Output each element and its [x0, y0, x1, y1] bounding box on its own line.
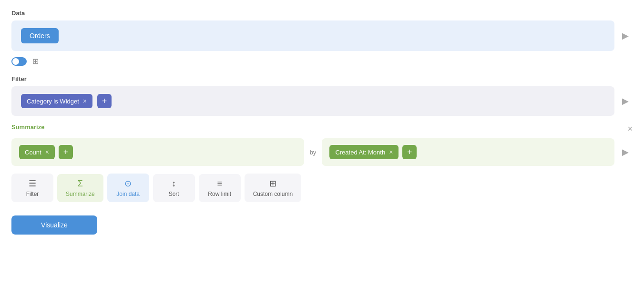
sort-label: Sort [169, 191, 179, 197]
join-data-button[interactable]: ⊙ Join data [107, 174, 149, 202]
filter-arrow-button[interactable]: ▶ [618, 94, 633, 108]
filter-section-row: Category is Widget × + ▶ [11, 86, 633, 116]
summarize-header: Summarize × [11, 123, 633, 134]
count-tag-text: Count [25, 149, 41, 156]
row-limit-label: Row limit [208, 191, 231, 197]
join-data-icon: ⊙ [124, 178, 132, 189]
data-section: Data Orders ▶ [11, 10, 633, 51]
summarize-section-row: Count × + by Created At: Month × + ▶ [11, 138, 633, 166]
summarize-row: Count × + by Created At: Month × + [11, 138, 614, 166]
data-content-box: Orders [11, 20, 614, 51]
sort-button[interactable]: ↕ Sort [153, 174, 195, 202]
summarize-arrow-button[interactable]: ▶ [618, 145, 633, 159]
filter-toolbar-icon: ☰ [29, 178, 36, 189]
filter-toolbar-label: Filter [26, 191, 39, 197]
toolbar: ☰ Filter Σ Summarize ⊙ Join data ↕ Sort … [11, 174, 633, 202]
row-limit-button[interactable]: ≡ Row limit [199, 174, 241, 202]
filter-tag-close[interactable]: × [83, 97, 87, 105]
filter-add-button[interactable]: + [97, 94, 112, 108]
data-section-row: Orders ▶ [11, 20, 633, 51]
filter-section-label: Filter [11, 75, 633, 82]
filter-tag[interactable]: Category is Widget × [21, 94, 92, 108]
count-tag-close[interactable]: × [45, 148, 49, 156]
summarize-toolbar-label: Summarize [66, 191, 95, 197]
filter-tag-text: Category is Widget [27, 98, 79, 105]
filter-box-wrapper: Category is Widget × + [11, 86, 614, 116]
data-section-label: Data [11, 10, 633, 17]
summarize-left-box: Count × + [11, 138, 304, 166]
sort-icon: ↕ [172, 179, 176, 189]
summarize-close-button[interactable]: × [627, 124, 633, 134]
group-tag-close[interactable]: × [389, 148, 393, 156]
visualize-button[interactable]: Visualize [11, 215, 97, 235]
custom-column-button[interactable]: ⊞ Custom column [245, 174, 301, 202]
summarize-section-label: Summarize [11, 123, 44, 131]
filter-toolbar-button[interactable]: ☰ Filter [11, 174, 53, 202]
summarize-right-box: Created At: Month × + [322, 138, 614, 166]
orders-button[interactable]: Orders [21, 28, 59, 43]
summarize-toolbar-icon: Σ [78, 179, 83, 189]
by-label: by [310, 149, 317, 156]
data-box: Orders [11, 20, 614, 51]
filter-box: Category is Widget × + [11, 86, 614, 116]
data-arrow-button[interactable]: ▶ [618, 29, 633, 43]
row-limit-icon: ≡ [217, 179, 222, 189]
custom-column-icon: ⊞ [269, 178, 276, 189]
join-data-label: Join data [116, 191, 140, 197]
group-tag-text: Created At: Month [335, 149, 385, 156]
group-add-button[interactable]: + [402, 145, 417, 159]
filter-section: Filter Category is Widget × + ▶ [11, 75, 633, 116]
toggle-switch[interactable] [11, 57, 27, 66]
count-add-button[interactable]: + [59, 145, 73, 159]
summarize-section: Summarize × Count × + by Created At: Mon… [11, 123, 633, 166]
summarize-toolbar-button[interactable]: Σ Summarize [57, 174, 103, 202]
toggle-row: ⊞ [11, 57, 633, 66]
custom-column-label: Custom column [253, 191, 293, 197]
group-tag[interactable]: Created At: Month × [329, 145, 399, 159]
count-tag[interactable]: Count × [19, 145, 55, 159]
grid-icon[interactable]: ⊞ [32, 57, 39, 66]
